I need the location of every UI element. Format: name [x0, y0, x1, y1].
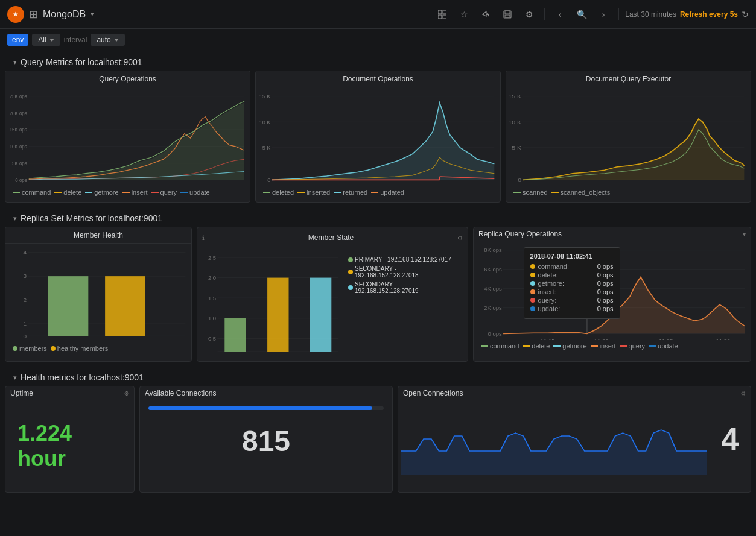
- filter-chevron: [49, 39, 54, 42]
- svg-rect-8: [505, 15, 510, 17]
- replica-set-title: Replica Set Metrics for localhost:9001: [21, 213, 162, 223]
- zoom-button[interactable]: 🔍: [573, 5, 591, 24]
- app-grid-icon[interactable]: ⊞: [29, 8, 38, 21]
- health-panel-row: Uptime ⚙ 1.224 hour Available Connection…: [5, 386, 751, 493]
- replica-panel-row: Member Health 4 3 2 1 0: [5, 227, 751, 362]
- member-state-panel-header: ℹ Member State ⚙: [197, 227, 468, 248]
- query-operations-chart: 25K ops 20K ops 15K ops 10K ops 5K ops 0…: [8, 90, 247, 186]
- progress-fill: [148, 406, 372, 410]
- member-health-panel: Member Health 4 3 2 1 0: [5, 227, 192, 362]
- svg-marker-97: [401, 430, 707, 475]
- env-button[interactable]: env: [7, 34, 28, 46]
- filter-all-button[interactable]: All: [32, 34, 60, 46]
- uptime-value: 1.224 hour: [8, 403, 132, 490]
- replica-set-header: ▾ Replica Set Metrics for localhost:9001: [5, 207, 751, 227]
- svg-marker-39: [272, 102, 495, 180]
- svg-text:11:30: 11:30: [704, 184, 720, 186]
- document-operations-panel: Document Operations 15 K 10 K 5 K 0 11:1…: [255, 71, 501, 203]
- settings-button[interactable]: ⚙: [520, 5, 538, 24]
- document-query-executor-panel: Document Query Executor 15 K 10 K 5 K 0 …: [506, 71, 751, 203]
- svg-text:11:15: 11:15: [107, 185, 119, 186]
- auto-button[interactable]: auto: [91, 34, 124, 46]
- svg-rect-5: [443, 15, 446, 19]
- svg-text:8K ops: 8K ops: [484, 247, 502, 253]
- health-toggle[interactable]: ▾: [13, 374, 17, 382]
- svg-text:11:10: 11:10: [71, 185, 83, 186]
- member-state-body: 2.5 2.0 1.5 1.0 0.5 PRIMARY - 192.1: [197, 248, 468, 361]
- tooltip-row-update: update:0 ops: [530, 305, 614, 312]
- open-conn-header: Open Connections ⚙: [398, 386, 751, 400]
- updated-label: updated: [380, 189, 404, 196]
- replica-query-body: 2018-07-08 11:02:41 command:0 ops delete…: [474, 241, 751, 356]
- time-label: Last 30 minutes: [625, 10, 676, 19]
- svg-text:0 ops: 0 ops: [488, 331, 503, 336]
- svg-text:5 K: 5 K: [262, 145, 271, 151]
- member-health-body: 4 3 2 1 0 members healthy members: [5, 244, 191, 358]
- svg-text:1.0: 1.0: [208, 315, 216, 321]
- health-metrics-header: ▾ Health metrics for localhost:9001: [5, 367, 751, 386]
- tooltip-row-insert: insert:0 ops: [530, 288, 614, 295]
- svg-text:4K ops: 4K ops: [484, 286, 502, 291]
- document-operations-legend: deleted inserted returned updated: [258, 186, 498, 200]
- document-operations-title: Document Operations: [256, 71, 500, 87]
- svg-rect-65: [48, 276, 89, 336]
- refresh-icon[interactable]: ↻: [742, 10, 749, 19]
- open-conn-settings[interactable]: ⚙: [740, 390, 746, 397]
- star-button[interactable]: ☆: [455, 5, 473, 24]
- svg-text:11:05: 11:05: [38, 185, 50, 186]
- replica-query-title: Replica Query Operations: [478, 230, 562, 238]
- member-state-panel: ℹ Member State ⚙ 2.5 2.0 1.5: [197, 227, 468, 362]
- topnav: ⊞ MongoDB ▾ ☆ ⚙ ‹ 🔍 › Last 30 minutes Re…: [0, 0, 756, 29]
- refresh-label[interactable]: Refresh every 5s: [680, 10, 738, 19]
- replica-toggle[interactable]: ▾: [13, 215, 17, 222]
- svg-text:1.5: 1.5: [208, 295, 216, 301]
- document-query-executor-body: 15 K 10 K 5 K 0 11:10 11:20 11:30: [506, 87, 751, 202]
- available-connections-panel: Available Connections 815: [139, 386, 393, 493]
- save-button[interactable]: [498, 5, 516, 24]
- svg-text:11:20: 11:20: [628, 184, 644, 186]
- open-conn-body: 4: [398, 400, 751, 478]
- uptime-settings[interactable]: ⚙: [124, 390, 129, 397]
- prev-button[interactable]: ‹: [551, 5, 569, 24]
- tooltip-row-query: query:0 ops: [530, 297, 614, 304]
- svg-text:20K ops: 20K ops: [10, 110, 27, 116]
- svg-rect-2: [438, 10, 442, 14]
- dashboard: ▾ Query Metrics for localhost:9001 Query…: [0, 51, 756, 493]
- app-title: MongoDB: [43, 9, 86, 20]
- replica-query-tooltip: 2018-07-08 11:02:41 command:0 ops delete…: [524, 247, 620, 319]
- svg-text:25K ops: 25K ops: [10, 94, 27, 99]
- query-metrics-title: Query Metrics for localhost:9001: [21, 57, 142, 67]
- uptime-body: 1.224 hour: [5, 400, 134, 492]
- open-conn-title: Open Connections: [403, 389, 463, 397]
- member-health-title: Member Health: [5, 227, 191, 244]
- next-button[interactable]: ›: [594, 5, 612, 24]
- toolbar: env All interval auto: [0, 29, 756, 51]
- svg-text:11:20: 11:20: [594, 339, 609, 340]
- svg-rect-4: [438, 15, 442, 19]
- member-state-chart: 2.5 2.0 1.5 1.0 0.5: [200, 250, 342, 359]
- title-dropdown[interactable]: ▾: [91, 10, 94, 18]
- member-health-chart: 4 3 2 1 0: [8, 246, 189, 342]
- add-panel-button[interactable]: [433, 5, 451, 24]
- interval-label: interval: [64, 36, 87, 44]
- avail-conn-title: Available Connections: [145, 389, 217, 397]
- share-button[interactable]: [477, 5, 495, 24]
- svg-rect-66: [105, 276, 145, 336]
- svg-text:0: 0: [267, 177, 270, 183]
- svg-text:0 ops: 0 ops: [15, 177, 27, 183]
- svg-text:11:20: 11:20: [142, 185, 154, 186]
- svg-rect-79: [267, 278, 288, 352]
- svg-text:11:20: 11:20: [371, 185, 385, 186]
- document-query-executor-chart: 15 K 10 K 5 K 0 11:10 11:20 11:30: [509, 90, 748, 186]
- query-operations-legend: command delete getmore insert query upda…: [8, 186, 247, 200]
- auto-chevron: [114, 39, 119, 42]
- replica-query-legend: command delete getmore insert query upda…: [476, 340, 748, 353]
- svg-text:11:25: 11:25: [179, 185, 191, 186]
- open-conn-chart: [401, 403, 707, 475]
- svg-rect-80: [310, 278, 331, 352]
- open-connections-panel: Open Connections ⚙ 4: [398, 386, 751, 493]
- svg-text:2.0: 2.0: [208, 274, 216, 281]
- avail-conn-body: 815: [140, 400, 392, 472]
- query-toggle[interactable]: ▾: [13, 58, 17, 66]
- svg-text:5K ops: 5K ops: [12, 161, 27, 166]
